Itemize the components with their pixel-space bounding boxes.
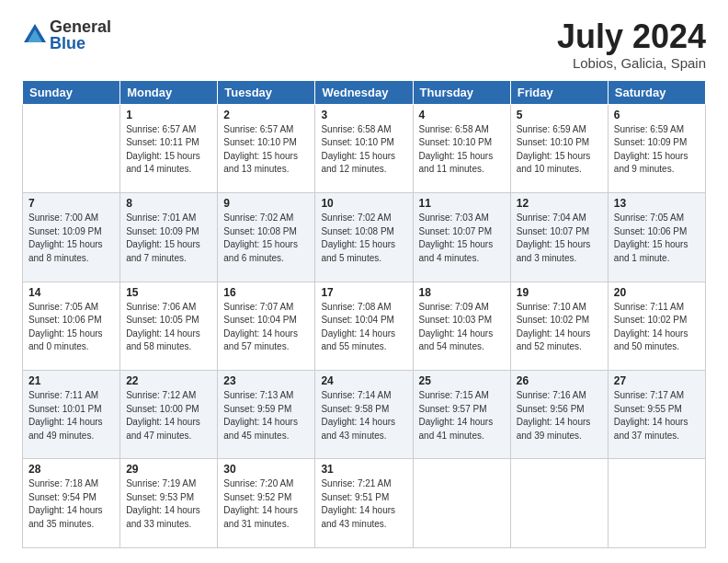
day-info: Sunrise: 7:06 AM Sunset: 10:05 PM Daylig…: [126, 301, 211, 354]
day-number: 16: [223, 286, 309, 299]
day-number: 4: [419, 109, 505, 121]
calendar-cell: 2Sunrise: 6:57 AM Sunset: 10:10 PM Dayli…: [218, 104, 315, 192]
calendar-week-5: 28Sunrise: 7:18 AM Sunset: 9:54 PM Dayli…: [23, 459, 706, 548]
calendar-cell: 13Sunrise: 7:05 AM Sunset: 10:06 PM Dayl…: [608, 193, 705, 282]
day-info: Sunrise: 7:00 AM Sunset: 10:09 PM Daylig…: [28, 212, 114, 265]
day-info: Sunrise: 6:58 AM Sunset: 10:10 PM Daylig…: [419, 123, 505, 177]
logo: General Blue: [22, 18, 111, 52]
calendar-cell: 14Sunrise: 7:05 AM Sunset: 10:06 PM Dayl…: [23, 282, 120, 370]
day-number: 12: [517, 197, 602, 210]
calendar-cell: 8Sunrise: 7:01 AM Sunset: 10:09 PM Dayli…: [120, 193, 218, 282]
day-info: Sunrise: 6:59 AM Sunset: 10:10 PM Daylig…: [517, 123, 602, 177]
day-number: 25: [419, 374, 505, 387]
day-number: 1: [126, 109, 211, 121]
calendar-cell: 6Sunrise: 6:59 AM Sunset: 10:09 PM Dayli…: [608, 104, 705, 192]
day-info: Sunrise: 7:08 AM Sunset: 10:04 PM Daylig…: [321, 301, 406, 354]
day-number: 13: [614, 197, 700, 210]
day-number: 23: [223, 374, 309, 387]
day-number: 26: [517, 374, 602, 387]
day-number: 29: [126, 463, 211, 476]
day-info: Sunrise: 7:21 AM Sunset: 9:51 PM Dayligh…: [321, 477, 406, 531]
day-number: 2: [223, 109, 309, 121]
header-cell-thursday: Thursday: [413, 80, 510, 104]
day-info: Sunrise: 7:07 AM Sunset: 10:04 PM Daylig…: [223, 301, 309, 354]
day-number: 20: [614, 286, 700, 299]
day-number: 19: [517, 286, 602, 299]
calendar-cell: 10Sunrise: 7:02 AM Sunset: 10:08 PM Dayl…: [315, 193, 413, 282]
day-info: Sunrise: 7:03 AM Sunset: 10:07 PM Daylig…: [419, 212, 505, 265]
location: Lobios, Galicia, Spain: [557, 55, 706, 71]
header-cell-friday: Friday: [510, 80, 608, 104]
page: General Blue July 2024 Lobios, Galicia, …: [0, 0, 728, 563]
day-info: Sunrise: 7:16 AM Sunset: 9:56 PM Dayligh…: [517, 389, 602, 442]
calendar-cell: 12Sunrise: 7:04 AM Sunset: 10:07 PM Dayl…: [510, 193, 608, 282]
day-number: 31: [321, 463, 406, 476]
calendar-week-3: 14Sunrise: 7:05 AM Sunset: 10:06 PM Dayl…: [23, 282, 706, 370]
day-number: 8: [126, 197, 211, 210]
day-info: Sunrise: 7:09 AM Sunset: 10:03 PM Daylig…: [419, 301, 505, 354]
header-cell-saturday: Saturday: [608, 80, 705, 104]
calendar-cell: 23Sunrise: 7:13 AM Sunset: 9:59 PM Dayli…: [218, 371, 315, 459]
calendar-cell: 5Sunrise: 6:59 AM Sunset: 10:10 PM Dayli…: [510, 104, 608, 192]
day-info: Sunrise: 7:10 AM Sunset: 10:02 PM Daylig…: [517, 301, 602, 354]
day-number: 27: [614, 374, 700, 387]
day-number: 30: [223, 463, 309, 476]
day-number: 5: [517, 109, 602, 121]
day-number: 28: [28, 463, 114, 476]
calendar-cell: [413, 459, 510, 548]
calendar-cell: 31Sunrise: 7:21 AM Sunset: 9:51 PM Dayli…: [315, 459, 413, 548]
calendar-cell: 15Sunrise: 7:06 AM Sunset: 10:05 PM Dayl…: [120, 282, 218, 370]
calendar-cell: 4Sunrise: 6:58 AM Sunset: 10:10 PM Dayli…: [413, 104, 510, 192]
day-info: Sunrise: 7:17 AM Sunset: 9:55 PM Dayligh…: [614, 389, 700, 442]
calendar-cell: 20Sunrise: 7:11 AM Sunset: 10:02 PM Dayl…: [608, 282, 705, 370]
calendar-cell: [510, 459, 608, 548]
day-number: 21: [28, 374, 114, 387]
day-info: Sunrise: 6:57 AM Sunset: 10:11 PM Daylig…: [126, 123, 211, 177]
calendar-week-1: 1Sunrise: 6:57 AM Sunset: 10:11 PM Dayli…: [23, 104, 706, 192]
header-cell-sunday: Sunday: [23, 80, 120, 104]
calendar-cell: 28Sunrise: 7:18 AM Sunset: 9:54 PM Dayli…: [23, 459, 120, 548]
header-cell-wednesday: Wednesday: [315, 80, 413, 104]
calendar-cell: 18Sunrise: 7:09 AM Sunset: 10:03 PM Dayl…: [413, 282, 510, 370]
day-info: Sunrise: 7:11 AM Sunset: 10:02 PM Daylig…: [614, 301, 700, 354]
day-number: 22: [126, 374, 211, 387]
day-info: Sunrise: 7:15 AM Sunset: 9:57 PM Dayligh…: [419, 389, 505, 442]
calendar-week-2: 7Sunrise: 7:00 AM Sunset: 10:09 PM Dayli…: [23, 193, 706, 282]
calendar-cell: 26Sunrise: 7:16 AM Sunset: 9:56 PM Dayli…: [510, 371, 608, 459]
title-block: July 2024 Lobios, Galicia, Spain: [557, 18, 706, 71]
day-number: 3: [321, 109, 406, 121]
day-info: Sunrise: 6:58 AM Sunset: 10:10 PM Daylig…: [321, 123, 406, 177]
calendar-cell: 16Sunrise: 7:07 AM Sunset: 10:04 PM Dayl…: [218, 282, 315, 370]
calendar-cell: 30Sunrise: 7:20 AM Sunset: 9:52 PM Dayli…: [218, 459, 315, 548]
day-number: 7: [28, 197, 114, 210]
calendar-cell: 27Sunrise: 7:17 AM Sunset: 9:55 PM Dayli…: [608, 371, 705, 459]
day-info: Sunrise: 7:11 AM Sunset: 10:01 PM Daylig…: [28, 389, 114, 442]
calendar-week-4: 21Sunrise: 7:11 AM Sunset: 10:01 PM Dayl…: [23, 371, 706, 459]
day-number: 6: [614, 109, 700, 121]
day-info: Sunrise: 6:59 AM Sunset: 10:09 PM Daylig…: [614, 123, 700, 177]
day-number: 18: [419, 286, 505, 299]
day-number: 10: [321, 197, 406, 210]
day-info: Sunrise: 7:01 AM Sunset: 10:09 PM Daylig…: [126, 212, 211, 265]
month-title: July 2024: [557, 18, 706, 55]
calendar-cell: [608, 459, 705, 548]
calendar-cell: 25Sunrise: 7:15 AM Sunset: 9:57 PM Dayli…: [413, 371, 510, 459]
calendar-cell: 9Sunrise: 7:02 AM Sunset: 10:08 PM Dayli…: [218, 193, 315, 282]
header-row: SundayMondayTuesdayWednesdayThursdayFrid…: [23, 80, 706, 104]
calendar-cell: 21Sunrise: 7:11 AM Sunset: 10:01 PM Dayl…: [23, 371, 120, 459]
day-info: Sunrise: 7:14 AM Sunset: 9:58 PM Dayligh…: [321, 389, 406, 442]
calendar-cell: 3Sunrise: 6:58 AM Sunset: 10:10 PM Dayli…: [315, 104, 413, 192]
day-info: Sunrise: 7:19 AM Sunset: 9:53 PM Dayligh…: [126, 477, 211, 531]
day-info: Sunrise: 7:02 AM Sunset: 10:08 PM Daylig…: [223, 212, 309, 265]
logo-icon: [22, 22, 48, 48]
header-cell-tuesday: Tuesday: [218, 80, 315, 104]
day-info: Sunrise: 7:13 AM Sunset: 9:59 PM Dayligh…: [223, 389, 309, 442]
day-info: Sunrise: 7:20 AM Sunset: 9:52 PM Dayligh…: [223, 477, 309, 531]
day-number: 17: [321, 286, 406, 299]
day-info: Sunrise: 7:18 AM Sunset: 9:54 PM Dayligh…: [28, 477, 114, 531]
calendar-cell: 19Sunrise: 7:10 AM Sunset: 10:02 PM Dayl…: [510, 282, 608, 370]
calendar-cell: 29Sunrise: 7:19 AM Sunset: 9:53 PM Dayli…: [120, 459, 218, 548]
day-info: Sunrise: 7:04 AM Sunset: 10:07 PM Daylig…: [517, 212, 602, 265]
day-number: 15: [126, 286, 211, 299]
day-number: 9: [223, 197, 309, 210]
